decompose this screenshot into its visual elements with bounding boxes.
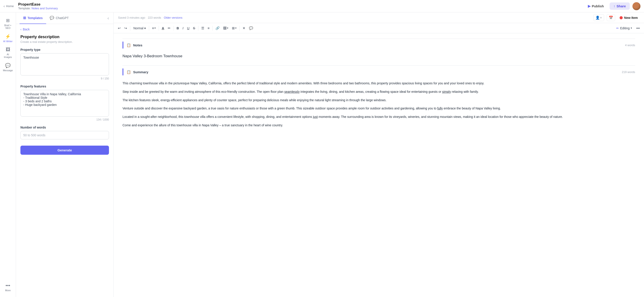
home-button[interactable]: ‹ Home: [4, 4, 14, 8]
summary-word-count: 219 words: [622, 70, 635, 74]
simply-text: simply: [442, 90, 451, 94]
summary-content[interactable]: This charming townhouse villa in the pic…: [122, 81, 635, 128]
redo-button[interactable]: ↪: [123, 25, 129, 31]
number-of-words-input[interactable]: 50 to 500 words: [20, 131, 109, 140]
sidebar-item-ai-writer[interactable]: ⚡ AI Writer: [1, 32, 15, 44]
template-link[interactable]: Notes and Summary: [32, 7, 58, 10]
calendar-icon: 📅: [609, 16, 613, 20]
text-color-icon: A: [162, 26, 164, 30]
undo-button[interactable]: ↩: [116, 25, 122, 31]
underline-icon: U: [187, 26, 190, 30]
bullet-list-button[interactable]: ☰: [200, 25, 206, 31]
seamlessly-text: seamlessly: [284, 90, 300, 94]
grid-icon: ⊞: [6, 18, 10, 23]
underline-button[interactable]: U: [186, 25, 191, 31]
avatar[interactable]: [632, 2, 640, 10]
section-marker-summary: [122, 68, 124, 76]
tab-chatgpt[interactable]: 💬 ChatGPT: [46, 12, 72, 24]
property-type-input[interactable]: Townhouse: [20, 53, 109, 76]
summary-para-2: Step inside and be greeted by the warm a…: [122, 89, 635, 94]
editor-area: Saved 3 minutes ago 223 words Older vers…: [114, 12, 644, 297]
table-button[interactable]: ⊞ ▾: [230, 25, 238, 31]
share-button[interactable]: ↑ Share: [610, 2, 630, 10]
editing-button[interactable]: ✏ Editing ▾: [614, 25, 634, 31]
highlight-button[interactable]: ✏: [166, 25, 172, 31]
link-button[interactable]: 🔗: [214, 25, 221, 31]
property-features-label: Property features: [20, 84, 109, 88]
older-versions-link[interactable]: Older versions: [164, 16, 182, 19]
summary-para-6: Come and experience the allure of this t…: [122, 123, 635, 128]
italic-icon: I: [183, 26, 184, 30]
template-info: Template: Notes and Summary: [18, 7, 58, 10]
chevron-left-icon: ‹: [20, 28, 22, 31]
add-user-button[interactable]: 👤+: [594, 14, 604, 21]
align-button[interactable]: ≡ ▾: [150, 25, 157, 31]
chevron-down-icon-image: ▾: [227, 27, 228, 30]
property-type-char-count: 9 / 150: [20, 77, 109, 80]
chevron-down-icon-align: ▾: [154, 27, 156, 30]
notes-icon: 📋: [126, 43, 131, 47]
summary-title: Summary: [133, 70, 620, 74]
notes-section: 📋 Notes 4 words Napa Valley 3-Bedroom To…: [122, 38, 635, 58]
image-button[interactable]: 🖼 ▾: [222, 25, 230, 31]
generate-button[interactable]: Generate: [20, 146, 109, 155]
link-icon: 🔗: [216, 26, 220, 30]
chevron-left-icon: ‹: [4, 4, 5, 8]
table-icon: ⊞: [232, 26, 235, 30]
chevron-down-icon: ▾: [144, 26, 146, 30]
section-marker: [122, 42, 124, 48]
ordered-list-icon: ≡: [208, 26, 210, 30]
panel-content: ‹ Back Property description Create a rea…: [16, 24, 114, 297]
redo-icon: ↪: [124, 26, 127, 30]
tab-templates[interactable]: ⊞ Templates: [20, 12, 46, 24]
new-item-button[interactable]: New Item: [618, 15, 640, 20]
notes-section-header: 📋 Notes 4 words: [122, 38, 635, 51]
templates-icon: ⊞: [23, 16, 26, 20]
sidebar-item-brief-seo[interactable]: ⊞ Brief + SEO: [1, 16, 15, 31]
home-label: Home: [6, 4, 14, 8]
summary-icon: 📋: [126, 70, 131, 74]
sidebar-item-more[interactable]: ••• More: [1, 281, 15, 294]
number-of-words-field: Number of words 50 to 500 words: [20, 126, 109, 140]
collapse-button[interactable]: ‹: [106, 15, 110, 22]
sidebar-item-message[interactable]: 💬 Message: [1, 61, 15, 74]
notes-content-title[interactable]: Napa Valley 3-Bedroom Townhouse: [122, 54, 635, 58]
clear-format-icon: ✕: [242, 26, 246, 30]
style-select[interactable]: Normal ▾: [132, 25, 148, 31]
chat-icon: 💬: [5, 63, 11, 68]
tab-bar: ⊞ Templates 💬 ChatGPT ‹: [16, 12, 114, 24]
comment-icon: 💬: [249, 26, 253, 30]
publish-button[interactable]: ▶ Publish: [585, 3, 607, 10]
comment-button[interactable]: 💬: [248, 25, 255, 31]
italic-button[interactable]: I: [181, 25, 185, 31]
new-item-indicator: [620, 16, 623, 19]
toolbar-divider-4: [174, 26, 174, 31]
property-features-input[interactable]: [20, 90, 109, 116]
property-features-field: Property features 134 / 1000: [20, 84, 109, 121]
image-toolbar-icon: 🖼: [223, 26, 226, 30]
property-type-label: Property type: [20, 48, 109, 52]
share-icon: ↑: [614, 4, 615, 8]
property-type-field: Property type Townhouse 9 / 150: [20, 48, 109, 80]
sidebar-item-ai-images[interactable]: 🖼 AI Images: [1, 45, 15, 60]
clear-format-button[interactable]: ✕: [241, 25, 247, 31]
bold-button[interactable]: B: [175, 25, 181, 31]
chatgpt-icon: 💬: [50, 16, 54, 20]
undo-icon: ↩: [118, 26, 121, 30]
ordered-list-button[interactable]: ≡: [206, 25, 211, 31]
calendar-button[interactable]: 📅: [607, 14, 615, 21]
highlight-icon: ✏: [168, 26, 171, 30]
property-features-char-count: 134 / 1000: [20, 118, 109, 121]
number-of-words-label: Number of words: [20, 126, 109, 129]
icon-sidebar: ⊞ Brief + SEO ⚡ AI Writer 🖼 AI Images 💬 …: [0, 12, 16, 297]
notes-word-count: 4 words: [625, 44, 635, 47]
more-options-button[interactable]: •••: [635, 25, 641, 31]
just-text: just: [313, 115, 318, 118]
toolbar-divider-7: [240, 26, 240, 31]
edit-icon: ✏: [616, 26, 619, 30]
summary-para-4: Venture outside and discover the expansi…: [122, 106, 635, 111]
form-title: Property description: [20, 35, 109, 39]
back-button[interactable]: ‹ Back: [20, 28, 30, 31]
strikethrough-button[interactable]: S: [192, 25, 197, 31]
text-color-button[interactable]: A: [160, 25, 166, 31]
